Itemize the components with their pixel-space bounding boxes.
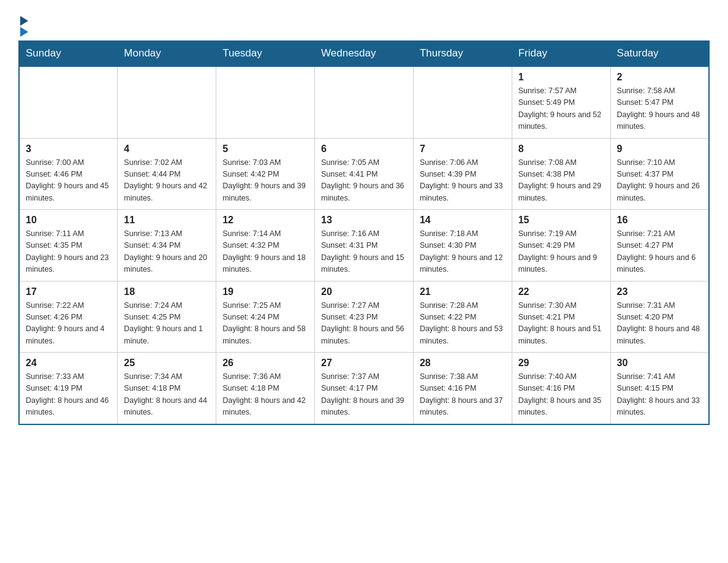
logo <box>18 12 28 34</box>
day-number: 12 <box>222 215 308 226</box>
header-sunday: Sunday <box>19 41 118 67</box>
day-info: Sunrise: 7:31 AMSunset: 4:20 PMDaylight:… <box>617 301 700 345</box>
calendar-cell: 25Sunrise: 7:34 AMSunset: 4:18 PMDayligh… <box>118 353 216 424</box>
week-row-3: 17Sunrise: 7:22 AMSunset: 4:26 PMDayligh… <box>19 281 709 353</box>
calendar-cell: 11Sunrise: 7:13 AMSunset: 4:34 PMDayligh… <box>118 210 216 282</box>
day-number: 2 <box>617 72 702 83</box>
calendar-cell: 10Sunrise: 7:11 AMSunset: 4:35 PMDayligh… <box>19 210 118 282</box>
week-row-0: 1Sunrise: 7:57 AMSunset: 5:49 PMDaylight… <box>19 66 709 138</box>
calendar-table: SundayMondayTuesdayWednesdayThursdayFrid… <box>18 40 710 425</box>
day-info: Sunrise: 7:58 AMSunset: 5:47 PMDaylight:… <box>617 86 700 131</box>
day-number: 8 <box>518 144 604 155</box>
day-number: 24 <box>26 358 111 369</box>
day-number: 1 <box>518 72 604 83</box>
day-info: Sunrise: 7:27 AMSunset: 4:23 PMDaylight:… <box>321 301 404 345</box>
day-number: 4 <box>124 144 210 155</box>
calendar-cell: 24Sunrise: 7:33 AMSunset: 4:19 PMDayligh… <box>19 353 118 424</box>
day-info: Sunrise: 7:36 AMSunset: 4:18 PMDaylight:… <box>222 372 306 416</box>
day-number: 11 <box>124 215 210 226</box>
calendar-cell: 19Sunrise: 7:25 AMSunset: 4:24 PMDayligh… <box>216 281 315 353</box>
calendar-cell: 13Sunrise: 7:16 AMSunset: 4:31 PMDayligh… <box>315 210 414 282</box>
header-monday: Monday <box>118 41 216 67</box>
day-number: 23 <box>617 286 702 297</box>
day-info: Sunrise: 7:13 AMSunset: 4:34 PMDaylight:… <box>124 229 207 274</box>
day-number: 27 <box>321 358 407 369</box>
day-number: 19 <box>222 286 308 297</box>
week-row-4: 24Sunrise: 7:33 AMSunset: 4:19 PMDayligh… <box>19 353 709 424</box>
day-number: 13 <box>321 215 407 226</box>
day-info: Sunrise: 7:33 AMSunset: 4:19 PMDaylight:… <box>26 372 109 416</box>
header-tuesday: Tuesday <box>216 41 315 67</box>
day-info: Sunrise: 7:02 AMSunset: 4:44 PMDaylight:… <box>124 158 207 202</box>
day-info: Sunrise: 7:00 AMSunset: 4:46 PMDaylight:… <box>26 158 109 202</box>
day-number: 3 <box>26 144 111 155</box>
day-number: 10 <box>26 215 111 226</box>
calendar-cell <box>118 66 216 138</box>
calendar-cell: 8Sunrise: 7:08 AMSunset: 4:38 PMDaylight… <box>512 138 610 210</box>
day-number: 9 <box>617 144 702 155</box>
day-info: Sunrise: 7:05 AMSunset: 4:41 PMDaylight:… <box>321 158 404 202</box>
calendar-cell: 7Sunrise: 7:06 AMSunset: 4:39 PMDaylight… <box>413 138 512 210</box>
day-info: Sunrise: 7:57 AMSunset: 5:49 PMDaylight:… <box>518 86 602 131</box>
day-info: Sunrise: 7:40 AMSunset: 4:16 PMDaylight:… <box>518 372 602 416</box>
day-info: Sunrise: 7:08 AMSunset: 4:38 PMDaylight:… <box>518 158 602 202</box>
calendar-cell: 5Sunrise: 7:03 AMSunset: 4:42 PMDaylight… <box>216 138 315 210</box>
day-number: 6 <box>321 144 407 155</box>
day-number: 30 <box>617 358 702 369</box>
calendar-cell: 21Sunrise: 7:28 AMSunset: 4:22 PMDayligh… <box>413 281 512 353</box>
day-number: 18 <box>124 286 210 297</box>
day-info: Sunrise: 7:21 AMSunset: 4:27 PMDaylight:… <box>617 229 696 274</box>
day-info: Sunrise: 7:10 AMSunset: 4:37 PMDaylight:… <box>617 158 700 202</box>
day-info: Sunrise: 7:11 AMSunset: 4:35 PMDaylight:… <box>26 229 109 274</box>
calendar-cell <box>413 66 512 138</box>
calendar-cell: 29Sunrise: 7:40 AMSunset: 4:16 PMDayligh… <box>512 353 610 424</box>
calendar-cell: 4Sunrise: 7:02 AMSunset: 4:44 PMDaylight… <box>118 138 216 210</box>
calendar-header-row: SundayMondayTuesdayWednesdayThursdayFrid… <box>19 41 709 67</box>
calendar-cell: 23Sunrise: 7:31 AMSunset: 4:20 PMDayligh… <box>610 281 709 353</box>
day-number: 25 <box>124 358 210 369</box>
calendar-cell <box>315 66 414 138</box>
calendar-cell: 16Sunrise: 7:21 AMSunset: 4:27 PMDayligh… <box>610 210 709 282</box>
calendar-cell: 12Sunrise: 7:14 AMSunset: 4:32 PMDayligh… <box>216 210 315 282</box>
calendar-cell: 6Sunrise: 7:05 AMSunset: 4:41 PMDaylight… <box>315 138 414 210</box>
calendar-cell: 9Sunrise: 7:10 AMSunset: 4:37 PMDaylight… <box>610 138 709 210</box>
day-number: 21 <box>420 286 506 297</box>
day-info: Sunrise: 7:30 AMSunset: 4:21 PMDaylight:… <box>518 301 602 345</box>
day-info: Sunrise: 7:16 AMSunset: 4:31 PMDaylight:… <box>321 229 404 274</box>
day-info: Sunrise: 7:22 AMSunset: 4:26 PMDaylight:… <box>26 301 105 345</box>
day-number: 20 <box>321 286 407 297</box>
day-info: Sunrise: 7:03 AMSunset: 4:42 PMDaylight:… <box>222 158 306 202</box>
header-friday: Friday <box>512 41 610 67</box>
header-thursday: Thursday <box>413 41 512 67</box>
calendar-cell: 28Sunrise: 7:38 AMSunset: 4:16 PMDayligh… <box>413 353 512 424</box>
day-info: Sunrise: 7:24 AMSunset: 4:25 PMDaylight:… <box>124 301 203 345</box>
day-number: 22 <box>518 286 604 297</box>
calendar-cell: 20Sunrise: 7:27 AMSunset: 4:23 PMDayligh… <box>315 281 414 353</box>
day-info: Sunrise: 7:37 AMSunset: 4:17 PMDaylight:… <box>321 372 404 416</box>
day-info: Sunrise: 7:25 AMSunset: 4:24 PMDaylight:… <box>222 301 306 345</box>
day-info: Sunrise: 7:18 AMSunset: 4:30 PMDaylight:… <box>420 229 503 274</box>
day-info: Sunrise: 7:38 AMSunset: 4:16 PMDaylight:… <box>420 372 503 416</box>
day-number: 5 <box>222 144 308 155</box>
calendar-cell: 3Sunrise: 7:00 AMSunset: 4:46 PMDaylight… <box>19 138 118 210</box>
day-info: Sunrise: 7:19 AMSunset: 4:29 PMDaylight:… <box>518 229 597 274</box>
day-info: Sunrise: 7:34 AMSunset: 4:18 PMDaylight:… <box>124 372 207 416</box>
calendar-cell: 22Sunrise: 7:30 AMSunset: 4:21 PMDayligh… <box>512 281 610 353</box>
header-wednesday: Wednesday <box>315 41 414 67</box>
header-saturday: Saturday <box>610 41 709 67</box>
day-number: 15 <box>518 215 604 226</box>
week-row-1: 3Sunrise: 7:00 AMSunset: 4:46 PMDaylight… <box>19 138 709 210</box>
day-info: Sunrise: 7:14 AMSunset: 4:32 PMDaylight:… <box>222 229 306 274</box>
day-number: 28 <box>420 358 506 369</box>
calendar-cell <box>19 66 118 138</box>
day-info: Sunrise: 7:41 AMSunset: 4:15 PMDaylight:… <box>617 372 700 416</box>
day-number: 14 <box>420 215 506 226</box>
calendar-cell: 30Sunrise: 7:41 AMSunset: 4:15 PMDayligh… <box>610 353 709 424</box>
day-number: 26 <box>222 358 308 369</box>
day-info: Sunrise: 7:06 AMSunset: 4:39 PMDaylight:… <box>420 158 503 202</box>
calendar-cell <box>216 66 315 138</box>
calendar-cell: 18Sunrise: 7:24 AMSunset: 4:25 PMDayligh… <box>118 281 216 353</box>
day-info: Sunrise: 7:28 AMSunset: 4:22 PMDaylight:… <box>420 301 503 345</box>
calendar-cell: 14Sunrise: 7:18 AMSunset: 4:30 PMDayligh… <box>413 210 512 282</box>
calendar-cell: 26Sunrise: 7:36 AMSunset: 4:18 PMDayligh… <box>216 353 315 424</box>
